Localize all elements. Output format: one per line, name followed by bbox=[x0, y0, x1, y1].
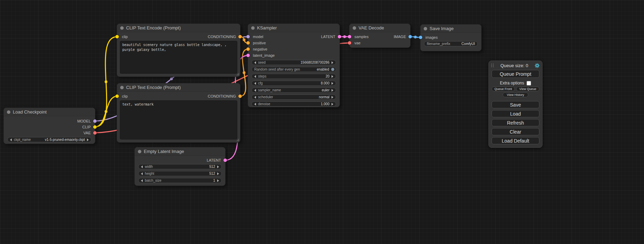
port-conditioning-out[interactable] bbox=[238, 94, 242, 98]
toggle-dot-icon[interactable] bbox=[331, 68, 334, 71]
node-clip-text-encode-positive[interactable]: CLIP Text Encode (Prompt) clip CONDITION… bbox=[117, 24, 240, 77]
steps-widget[interactable]: steps 20 bbox=[252, 74, 336, 79]
queue-front-button[interactable]: Queue Front bbox=[492, 87, 515, 91]
node-graph-canvas[interactable]: Load Checkpoint MODEL CLIP VAE ckpt_name… bbox=[0, 0, 644, 244]
negative-prompt-textarea[interactable]: text, watermark bbox=[120, 100, 237, 139]
increment-arrow-icon[interactable] bbox=[332, 103, 333, 106]
decrement-arrow-icon[interactable] bbox=[141, 179, 143, 182]
link-wire[interactable] bbox=[95, 96, 117, 127]
resize-handle[interactable] bbox=[236, 138, 239, 141]
increment-arrow-icon[interactable] bbox=[332, 75, 333, 78]
port-conditioning-out[interactable] bbox=[238, 35, 242, 38]
port-samples-in[interactable] bbox=[348, 35, 351, 38]
load-default-button[interactable]: Load Default bbox=[492, 137, 539, 144]
decrement-arrow-icon[interactable] bbox=[141, 165, 143, 168]
node-title-bar[interactable]: Empty Latent Image bbox=[135, 147, 225, 156]
slot-row: clip CONDITIONING bbox=[117, 93, 240, 99]
refresh-button[interactable]: Refresh bbox=[492, 119, 539, 126]
port-model-in[interactable] bbox=[246, 35, 250, 38]
resize-handle[interactable] bbox=[236, 73, 239, 75]
queue-prompt-button[interactable]: Queue Prompt bbox=[492, 70, 539, 78]
node-title-bar[interactable]: VAE Decode bbox=[350, 24, 410, 32]
node-collapse-dot-icon[interactable] bbox=[353, 26, 356, 30]
node-empty-latent-image[interactable]: Empty Latent Image LATENT width 512 heig… bbox=[134, 147, 226, 186]
node-ksampler[interactable]: KSampler model LATENT positive negative … bbox=[248, 24, 340, 107]
slot-label: images bbox=[425, 35, 438, 39]
batch-size-widget[interactable]: batch_size 1 bbox=[138, 178, 222, 183]
decrement-arrow-icon[interactable] bbox=[254, 61, 256, 64]
decrement-arrow-icon[interactable] bbox=[141, 172, 143, 175]
node-title-bar[interactable]: Save Image bbox=[421, 25, 481, 33]
node-vae-decode[interactable]: VAE Decode samples IMAGE vae bbox=[349, 24, 411, 48]
port-latent-image-in[interactable] bbox=[246, 54, 250, 57]
port-clip-in[interactable] bbox=[115, 35, 119, 38]
slot-label: samples bbox=[354, 35, 369, 39]
increment-arrow-icon[interactable] bbox=[332, 89, 333, 92]
link-midpoint-dot bbox=[170, 78, 173, 80]
port-vae-in[interactable] bbox=[348, 41, 351, 45]
positive-prompt-textarea[interactable]: beautiful scenery nature glass bottle la… bbox=[120, 41, 237, 74]
port-vae-out[interactable] bbox=[93, 131, 97, 135]
slot-label: latent_image bbox=[253, 53, 275, 57]
view-queue-button[interactable]: View Queue bbox=[516, 87, 539, 91]
port-negative-in[interactable] bbox=[246, 47, 250, 51]
node-collapse-dot-icon[interactable] bbox=[7, 110, 10, 114]
queue-menu-panel[interactable]: Queue size: 0 Queue Prompt Extra options bbox=[488, 61, 542, 148]
seed-widget[interactable]: seed 156680208700286 bbox=[252, 60, 336, 65]
extra-options-checkbox[interactable] bbox=[527, 81, 531, 85]
node-collapse-dot-icon[interactable] bbox=[138, 150, 141, 153]
node-save-image[interactable]: Save Image images filename_prefix ComfyU… bbox=[420, 24, 482, 51]
increment-arrow-icon[interactable] bbox=[87, 138, 89, 141]
node-collapse-dot-icon[interactable] bbox=[424, 27, 427, 30]
node-collapse-dot-icon[interactable] bbox=[120, 26, 124, 30]
port-latent-out[interactable] bbox=[223, 159, 227, 162]
slot-label: model bbox=[253, 35, 263, 39]
increment-arrow-icon[interactable] bbox=[217, 172, 219, 175]
load-button[interactable]: Load bbox=[492, 110, 539, 117]
ckpt-name-widget[interactable]: ckpt_name v1-5-pruned-emaonly.ckpt bbox=[7, 137, 91, 142]
node-title-bar[interactable]: CLIP Text Encode (Prompt) bbox=[117, 83, 240, 92]
link-wire[interactable] bbox=[95, 37, 117, 127]
scheduler-widget[interactable]: scheduler normal bbox=[252, 94, 336, 100]
port-images-in[interactable] bbox=[419, 36, 422, 39]
cfg-widget[interactable]: cfg 8.000 bbox=[252, 81, 336, 86]
increment-arrow-icon[interactable] bbox=[217, 165, 219, 168]
filename-prefix-widget[interactable]: filename_prefix ComfyUI bbox=[424, 41, 478, 46]
slot-label: CLIP bbox=[82, 125, 91, 129]
port-model-out[interactable] bbox=[93, 119, 97, 123]
node-title-bar[interactable]: CLIP Text Encode (Prompt) bbox=[117, 24, 240, 32]
decrement-arrow-icon[interactable] bbox=[254, 96, 256, 99]
sampler-name-widget[interactable]: sampler_name euler bbox=[252, 88, 336, 93]
port-clip-out[interactable] bbox=[93, 125, 97, 129]
link-midpoint-dot bbox=[243, 71, 246, 74]
decrement-arrow-icon[interactable] bbox=[254, 75, 256, 78]
node-clip-text-encode-negative[interactable]: CLIP Text Encode (Prompt) clip CONDITION… bbox=[117, 83, 240, 143]
increment-arrow-icon[interactable] bbox=[332, 61, 333, 64]
link-midpoint-dot bbox=[343, 35, 346, 38]
port-clip-in[interactable] bbox=[115, 94, 119, 98]
height-widget[interactable]: height 512 bbox=[138, 171, 222, 176]
node-title-bar[interactable]: KSampler bbox=[248, 24, 339, 32]
node-collapse-dot-icon[interactable] bbox=[120, 86, 124, 89]
port-latent-out[interactable] bbox=[338, 35, 341, 38]
increment-arrow-icon[interactable] bbox=[332, 96, 333, 99]
decrement-arrow-icon[interactable] bbox=[254, 82, 256, 85]
increment-arrow-icon[interactable] bbox=[217, 179, 219, 182]
port-positive-in[interactable] bbox=[246, 41, 250, 45]
view-history-button[interactable]: View History bbox=[503, 92, 528, 97]
decrement-arrow-icon[interactable] bbox=[254, 103, 256, 106]
settings-gear-icon[interactable] bbox=[535, 63, 540, 68]
port-image-out[interactable] bbox=[408, 35, 412, 38]
increment-arrow-icon[interactable] bbox=[332, 82, 333, 85]
drag-handle-icon[interactable] bbox=[491, 64, 494, 67]
decrement-arrow-icon[interactable] bbox=[10, 138, 12, 141]
node-load-checkpoint[interactable]: Load Checkpoint MODEL CLIP VAE ckpt_name… bbox=[3, 108, 95, 144]
clear-button[interactable]: Clear bbox=[492, 128, 539, 135]
node-title-bar[interactable]: Load Checkpoint bbox=[4, 108, 95, 116]
denoise-widget[interactable]: denoise 1.000 bbox=[252, 101, 336, 107]
width-widget[interactable]: width 512 bbox=[138, 164, 222, 169]
node-collapse-dot-icon[interactable] bbox=[251, 26, 255, 30]
random-seed-toggle-widget[interactable]: Random seed after every gen enabled bbox=[252, 67, 336, 72]
decrement-arrow-icon[interactable] bbox=[254, 89, 256, 92]
save-button[interactable]: Save bbox=[492, 101, 539, 108]
